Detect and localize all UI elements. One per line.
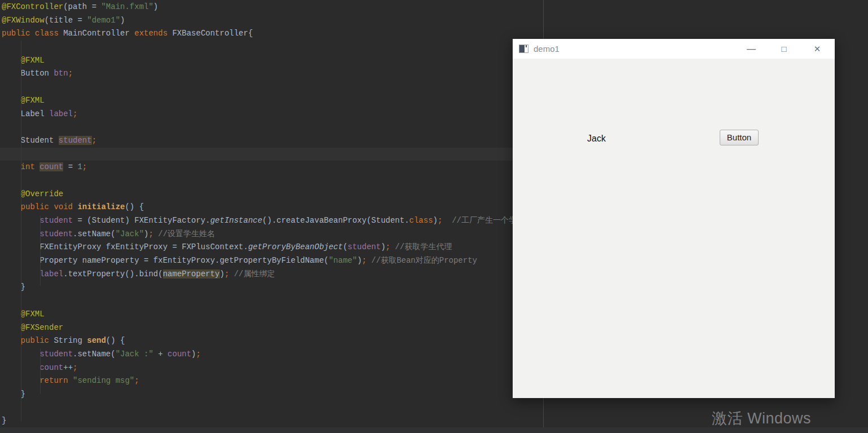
window-titlebar[interactable]: demo1 — □ ✕ — [513, 39, 835, 59]
code-line: Label label; — [0, 108, 543, 121]
code-line: @FXSender — [0, 321, 543, 335]
window-content: Jack Button — [513, 59, 835, 398]
indent-guide — [40, 348, 41, 394]
code-line: FXEntityProxy fxEntityProxy = FXPlusCont… — [0, 241, 543, 254]
demo1-window: demo1 — □ ✕ Jack Button — [513, 39, 835, 398]
code-line — [0, 294, 543, 308]
app-window-icon-notch — [526, 45, 527, 47]
code-line: @Override — [0, 188, 543, 201]
code-line: Student student; — [0, 134, 543, 148]
app-window-icon — [519, 45, 528, 53]
desktop: @FXController(path = "Main.fxml")@FXWind… — [0, 0, 868, 433]
code-line: @FXWindow(title = "demo1") — [0, 14, 543, 28]
code-line — [0, 174, 543, 188]
code-line: public void initialize() { — [0, 201, 543, 214]
watermark-line1: 激活 Windows — [712, 408, 831, 428]
window-title: demo1 — [534, 39, 559, 59]
code-line: student.setName("Jack"); //设置学生姓名 — [0, 228, 543, 241]
code-line: } — [0, 281, 543, 294]
code-line — [0, 41, 543, 54]
code-line: public String send() { — [0, 334, 543, 348]
code-line — [0, 121, 543, 134]
code-line: public class MainController extends FXBa… — [0, 27, 543, 41]
maximize-icon[interactable]: □ — [778, 39, 790, 59]
code-line: student.setName("Jack :" + count); — [0, 348, 543, 361]
code-line: Property nameProperty = fxEntityProxy.ge… — [0, 254, 543, 268]
code-lines: @FXController(path = "Main.fxml")@FXWind… — [0, 1, 543, 428]
indent-guide — [40, 216, 41, 286]
code-line: @FXController(path = "Main.fxml") — [0, 1, 543, 14]
code-line: } — [0, 388, 543, 401]
code-line: Button btn; — [0, 67, 543, 81]
code-line: return "sending msg"; — [0, 374, 543, 388]
minimize-icon[interactable]: — — [745, 39, 757, 59]
code-line: } — [0, 414, 543, 428]
name-label: Jack — [587, 134, 606, 144]
code-line: label.textProperty().bind(nameProperty);… — [0, 268, 543, 281]
app-window-icon-fill — [519, 45, 525, 52]
send-button[interactable]: Button — [720, 130, 759, 145]
code-line: count++; — [0, 361, 543, 375]
code-line — [0, 148, 543, 161]
code-line: @FXML — [0, 54, 543, 68]
indent-guide — [21, 41, 21, 421]
code-line: student = (Student) FXEntityFactory.getI… — [0, 214, 543, 228]
activate-windows-watermark: 激活 Windows 转到“设置”以激活 Windows — [712, 408, 831, 433]
code-line: @FXML — [0, 94, 543, 108]
close-icon[interactable]: ✕ — [811, 39, 823, 59]
code-line — [0, 401, 543, 415]
code-line — [0, 81, 543, 94]
code-line: int count = 1; — [0, 161, 543, 174]
code-line: @FXML — [0, 308, 543, 321]
